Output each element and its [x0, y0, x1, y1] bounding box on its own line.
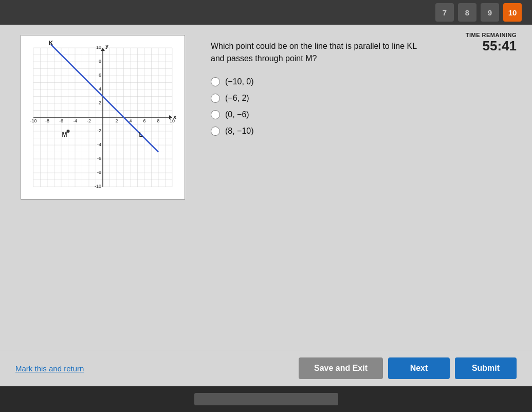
answer-option-2[interactable]: (−6, 2)	[211, 94, 517, 103]
bottom-buttons: Save and Exit Next Submit	[299, 357, 517, 379]
time-remaining-label: TIME REMAINING	[466, 32, 517, 38]
radio-opt4[interactable]	[211, 127, 220, 136]
radio-opt1[interactable]	[211, 77, 220, 86]
label-opt1: (−10, 0)	[225, 77, 254, 86]
answer-options: (−10, 0) (−6, 2) (0, −6) (8, −10)	[211, 77, 517, 136]
top-bar: 7 8 9 10	[0, 0, 532, 25]
question-btn-10[interactable]: 10	[503, 3, 522, 22]
left-panel	[15, 35, 190, 345]
main-content: TIME REMAINING 55:41 Which point could b…	[0, 25, 532, 386]
taskbar-bottom	[0, 386, 532, 412]
question-text: Which point could be on the line that is…	[211, 40, 427, 65]
question-btn-9[interactable]: 9	[481, 3, 499, 22]
radio-opt3[interactable]	[211, 110, 220, 119]
taskbar-search	[194, 393, 338, 405]
time-remaining-container: TIME REMAINING 55:41	[466, 32, 517, 54]
graph-container	[21, 35, 185, 200]
label-opt4: (8, −10)	[225, 127, 254, 136]
right-panel: Which point could be on the line that is…	[211, 35, 517, 345]
answer-option-1[interactable]: (−10, 0)	[211, 77, 517, 86]
time-remaining-value: 55:41	[466, 38, 517, 54]
mark-return-button[interactable]: Mark this and return	[15, 364, 84, 373]
question-btn-8[interactable]: 8	[458, 3, 476, 22]
submit-button[interactable]: Submit	[455, 357, 517, 379]
label-opt3: (0, −6)	[225, 110, 249, 119]
question-btn-7[interactable]: 7	[435, 3, 454, 22]
content-area: Which point could be on the line that is…	[0, 25, 532, 350]
save-exit-button[interactable]: Save and Exit	[299, 357, 383, 379]
next-button[interactable]: Next	[388, 357, 450, 379]
answer-option-3[interactable]: (0, −6)	[211, 110, 517, 119]
radio-opt2[interactable]	[211, 94, 220, 103]
label-opt2: (−6, 2)	[225, 94, 249, 103]
bottom-bar: Mark this and return Save and Exit Next …	[0, 350, 532, 386]
answer-option-4[interactable]: (8, −10)	[211, 127, 517, 136]
